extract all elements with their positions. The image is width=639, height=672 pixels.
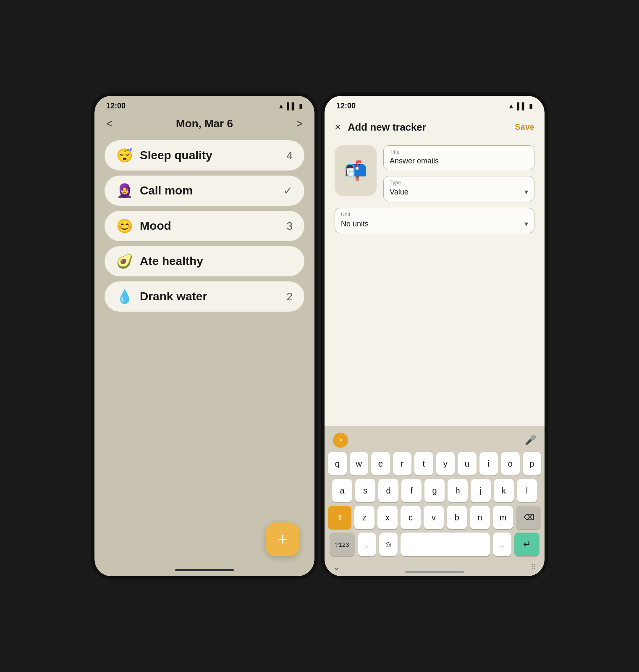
tracker-left-sleep: 😴 Sleep quality <box>116 149 212 162</box>
key-g[interactable]: g <box>424 479 445 502</box>
battery-icon: ▮ <box>299 102 303 110</box>
form-fields: Title Answer emails Type Value ▾ <box>383 145 534 201</box>
home-indicator <box>175 569 234 571</box>
key-d[interactable]: d <box>378 479 398 502</box>
comma-key[interactable]: , <box>358 533 376 556</box>
unit-select[interactable]: No units ▾ <box>341 219 528 228</box>
numbers-key[interactable]: ?123 <box>330 533 355 556</box>
left-time: 12:00 <box>106 102 126 110</box>
key-z[interactable]: z <box>354 506 374 529</box>
right-battery-icon: ▮ <box>529 102 533 110</box>
right-home-indicator <box>405 571 464 573</box>
key-u[interactable]: u <box>458 452 477 475</box>
space-key[interactable] <box>401 533 490 556</box>
unit-field[interactable]: Unit No units ▾ <box>335 208 534 233</box>
tracker-item-callmom[interactable]: 🧕 Call mom ✓ <box>105 176 304 206</box>
kb-row-1: q w e r t y u i o p <box>328 452 541 475</box>
type-select[interactable]: Value ▾ <box>390 187 528 197</box>
tracker-left-drank-water: 💧 Drank water <box>116 290 207 303</box>
header-left: × Add new tracker <box>335 121 426 134</box>
unit-label: Unit <box>341 212 528 218</box>
kb-down-chevron-icon[interactable]: ⌄ <box>333 562 340 572</box>
key-i[interactable]: i <box>479 452 498 475</box>
right-header: × Add new tracker Save <box>325 114 545 139</box>
add-tracker-fab[interactable]: + <box>266 522 299 556</box>
tracker-item-drank-water[interactable]: 💧 Drank water 2 <box>105 281 304 312</box>
tracker-item-sleep[interactable]: 😴 Sleep quality 4 <box>105 140 304 171</box>
key-t[interactable]: t <box>414 452 433 475</box>
spacer <box>325 233 545 426</box>
drank-water-value: 2 <box>287 290 293 303</box>
key-b[interactable]: b <box>447 506 467 529</box>
drank-water-name: Drank water <box>140 290 207 303</box>
unit-chevron-icon: ▾ <box>524 219 528 228</box>
close-button[interactable]: × <box>335 121 341 134</box>
enter-key[interactable]: ↵ <box>514 533 539 556</box>
key-q[interactable]: q <box>328 452 347 475</box>
mood-emoji: 😊 <box>116 219 133 233</box>
emoji-picker-button[interactable]: 📬 <box>335 145 377 196</box>
key-e[interactable]: e <box>371 452 390 475</box>
key-a[interactable]: a <box>332 479 352 502</box>
tracker-item-mood[interactable]: 😊 Mood 3 <box>105 211 304 241</box>
ate-healthy-name: Ate healthy <box>140 255 203 268</box>
kb-mic-button[interactable]: 🎤 <box>525 435 536 446</box>
sleep-name: Sleep quality <box>140 149 212 162</box>
backspace-key[interactable]: ⌫ <box>516 506 541 529</box>
right-status-icons: ▲ ▌▌ ▮ <box>508 102 533 110</box>
wifi-icon: ▲ <box>278 102 284 110</box>
key-p[interactable]: p <box>523 452 542 475</box>
callmom-check: ✓ <box>283 184 293 197</box>
save-button[interactable]: Save <box>515 122 534 132</box>
prev-date-button[interactable]: < <box>106 117 113 130</box>
key-x[interactable]: x <box>377 506 398 529</box>
phones-container: 12:00 ▲ ▌▌ ▮ < Mon, Mar 6 > <box>0 0 639 672</box>
key-s[interactable]: s <box>355 479 375 502</box>
drank-water-emoji: 💧 <box>116 290 133 303</box>
callmom-name: Call mom <box>140 184 193 197</box>
kb-row-3: ⇧ z x c v b n m ⌫ <box>328 506 541 529</box>
period-key[interactable]: . <box>493 533 511 556</box>
sleep-value: 4 <box>287 149 293 162</box>
header-title: Add new tracker <box>348 121 426 133</box>
key-v[interactable]: v <box>424 506 444 529</box>
key-c[interactable]: c <box>401 506 421 529</box>
title-field[interactable]: Title Answer emails <box>383 145 534 170</box>
key-j[interactable]: j <box>471 479 491 502</box>
key-w[interactable]: w <box>350 452 369 475</box>
kb-expand-button[interactable]: > <box>333 433 348 448</box>
signal-icon: ▌▌ <box>287 102 296 110</box>
type-chevron-icon: ▾ <box>524 187 528 197</box>
right-time: 12:00 <box>336 102 356 110</box>
left-status-bar: 12:00 ▲ ▌▌ ▮ <box>94 96 314 114</box>
type-field[interactable]: Type Value ▾ <box>383 176 534 201</box>
key-n[interactable]: n <box>470 506 490 529</box>
key-y[interactable]: y <box>436 452 455 475</box>
right-status-bar: 12:00 ▲ ▌▌ ▮ <box>325 96 545 114</box>
key-h[interactable]: h <box>448 479 468 502</box>
key-k[interactable]: k <box>494 479 514 502</box>
type-value: Value <box>390 188 409 197</box>
emoji-key[interactable]: ☺ <box>379 533 398 556</box>
key-l[interactable]: l <box>517 479 537 502</box>
kb-row-2: a s d f g h j k l <box>328 479 541 502</box>
next-date-button[interactable]: > <box>296 117 303 130</box>
shift-key[interactable]: ⇧ <box>328 506 351 529</box>
right-phone: 12:00 ▲ ▌▌ ▮ × Add new tracker Save <box>321 92 548 580</box>
kb-toolbar: > 🎤 <box>328 430 541 452</box>
key-r[interactable]: r <box>393 452 412 475</box>
key-o[interactable]: o <box>501 452 520 475</box>
tracker-left-ate-healthy: 🥑 Ate healthy <box>116 255 203 268</box>
key-m[interactable]: m <box>493 506 513 529</box>
mood-name: Mood <box>140 219 171 233</box>
callmom-emoji: 🧕 <box>116 184 133 197</box>
type-label: Type <box>390 180 528 186</box>
kb-expand-icon: > <box>338 436 342 444</box>
selected-emoji: 📬 <box>344 160 367 181</box>
nav-bar: < Mon, Mar 6 > <box>94 114 314 137</box>
kb-row-4: ?123 , ☺ . ↵ <box>328 533 541 556</box>
mood-value: 3 <box>287 220 293 233</box>
ate-healthy-emoji: 🥑 <box>116 255 133 268</box>
key-f[interactable]: f <box>401 479 422 502</box>
tracker-item-ate-healthy[interactable]: 🥑 Ate healthy <box>105 246 304 276</box>
